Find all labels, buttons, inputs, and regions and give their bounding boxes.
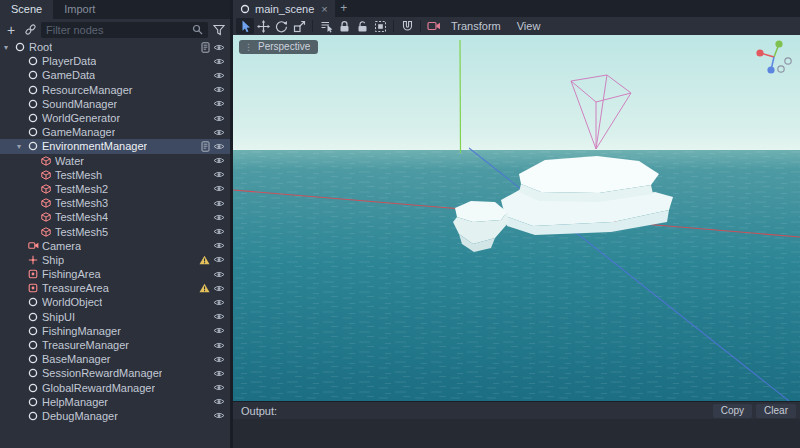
- new-tab-button[interactable]: +: [335, 0, 353, 17]
- toolbar-separator: [312, 20, 313, 32]
- tree-row[interactable]: SoundManager: [0, 97, 230, 111]
- eye-icon[interactable]: [213, 326, 225, 335]
- area-node-icon: [28, 269, 41, 279]
- tree-row[interactable]: HelpManager: [0, 395, 230, 409]
- viewport-3d[interactable]: ⋮ Perspective: [233, 35, 800, 401]
- eye-icon[interactable]: [213, 383, 225, 392]
- eye-icon[interactable]: [213, 85, 225, 94]
- tree-row[interactable]: DebugManager: [0, 409, 230, 423]
- tree-row[interactable]: ShipUI: [0, 310, 230, 324]
- tree-row[interactable]: Camera: [0, 239, 230, 253]
- projection-menu[interactable]: ⋮ Perspective: [239, 40, 318, 54]
- script-icon[interactable]: [201, 141, 210, 152]
- tree-row[interactable]: TreasureManager: [0, 338, 230, 352]
- eye-icon[interactable]: [213, 298, 225, 307]
- eye-icon[interactable]: [213, 156, 225, 165]
- tree-row[interactable]: GameData: [0, 68, 230, 82]
- eye-icon[interactable]: [213, 213, 225, 222]
- script-icon[interactable]: [201, 42, 210, 53]
- tree-row-label: TestMesh4: [55, 211, 108, 223]
- tree-row[interactable]: PlayerData: [0, 54, 230, 68]
- unlock-tool[interactable]: [353, 18, 371, 34]
- tree-row[interactable]: Ship: [0, 253, 230, 267]
- add-node-button[interactable]: +: [3, 21, 19, 38]
- scale-tool[interactable]: [290, 18, 308, 34]
- eye-icon[interactable]: [213, 71, 225, 80]
- node-node-icon: [28, 354, 41, 364]
- tab-main-scene[interactable]: main_scene ×: [233, 0, 335, 17]
- clear-button[interactable]: Clear: [756, 404, 796, 418]
- expander-icon[interactable]: ▾: [17, 142, 28, 151]
- transform-menu[interactable]: Transform: [443, 17, 509, 35]
- filter-button[interactable]: [211, 21, 227, 38]
- rotate-tool[interactable]: [272, 18, 290, 34]
- expander-icon[interactable]: ▾: [4, 43, 15, 52]
- tree-row[interactable]: GameManager: [0, 125, 230, 139]
- tree-row[interactable]: TestMesh4: [0, 210, 230, 224]
- list-select-tool[interactable]: [317, 18, 335, 34]
- tree-row[interactable]: TestMesh: [0, 168, 230, 182]
- scene-tree: ▾RootPlayerDataGameDataResourceManagerSo…: [0, 40, 230, 448]
- eye-icon[interactable]: [213, 114, 225, 123]
- eye-icon[interactable]: [213, 397, 225, 406]
- tree-row[interactable]: ResourceManager: [0, 83, 230, 97]
- eye-icon[interactable]: [213, 355, 225, 364]
- camera-preview-tool[interactable]: [425, 18, 443, 34]
- eye-icon[interactable]: [213, 341, 225, 350]
- eye-icon[interactable]: [213, 57, 225, 66]
- eye-icon[interactable]: [213, 255, 225, 264]
- orientation-gizmo[interactable]: [752, 38, 796, 82]
- filter-nodes-input[interactable]: [46, 24, 188, 36]
- output-log[interactable]: [233, 419, 800, 448]
- close-tab-icon[interactable]: ×: [321, 3, 327, 15]
- scene-icon: [240, 4, 250, 14]
- tree-row[interactable]: TreasureArea: [0, 281, 230, 295]
- camera-node-icon: [28, 241, 41, 250]
- eye-icon[interactable]: [213, 199, 225, 208]
- warning-icon[interactable]: [199, 283, 210, 293]
- node-node-icon: [28, 411, 41, 421]
- tree-row[interactable]: SessionRewardManager: [0, 366, 230, 380]
- move-tool[interactable]: [254, 18, 272, 34]
- group-tool[interactable]: [371, 18, 389, 34]
- view-menu[interactable]: View: [509, 17, 549, 35]
- eye-icon[interactable]: [213, 284, 225, 293]
- tree-row-label: FishingArea: [42, 268, 101, 280]
- tree-row[interactable]: FishingManager: [0, 324, 230, 338]
- warning-icon[interactable]: [199, 255, 210, 265]
- tree-row[interactable]: TestMesh5: [0, 224, 230, 238]
- tree-row-label: TestMesh3: [55, 197, 108, 209]
- eye-icon[interactable]: [213, 128, 225, 137]
- tree-row[interactable]: BaseManager: [0, 352, 230, 366]
- eye-icon[interactable]: [213, 270, 225, 279]
- tree-row[interactable]: FishingArea: [0, 267, 230, 281]
- eye-icon[interactable]: [213, 170, 225, 179]
- search-icon: [192, 24, 203, 35]
- tree-row[interactable]: TestMesh3: [0, 196, 230, 210]
- eye-icon[interactable]: [213, 43, 225, 52]
- instance-scene-button[interactable]: [22, 21, 38, 38]
- snap-tool[interactable]: [398, 18, 416, 34]
- tab-import[interactable]: Import: [53, 0, 106, 19]
- eye-icon[interactable]: [213, 312, 225, 321]
- eye-icon[interactable]: [213, 411, 225, 420]
- eye-icon[interactable]: [213, 227, 225, 236]
- eye-icon[interactable]: [213, 142, 225, 151]
- select-tool[interactable]: [236, 18, 254, 34]
- tree-row[interactable]: WorldObject: [0, 295, 230, 309]
- eye-icon[interactable]: [213, 369, 225, 378]
- tab-scene[interactable]: Scene: [0, 0, 53, 19]
- tree-row[interactable]: WorldGenerator: [0, 111, 230, 125]
- tree-row[interactable]: ▾Root: [0, 40, 230, 54]
- tree-row[interactable]: TestMesh2: [0, 182, 230, 196]
- eye-icon[interactable]: [213, 184, 225, 193]
- tree-row[interactable]: Water: [0, 154, 230, 168]
- node-node-icon: [28, 70, 41, 80]
- eye-icon[interactable]: [213, 241, 225, 250]
- lock-tool[interactable]: [335, 18, 353, 34]
- tree-row[interactable]: GlobalRewardManager: [0, 381, 230, 395]
- viewport-canvas[interactable]: [233, 35, 800, 401]
- tree-row[interactable]: ▾EnvironmentManager: [0, 139, 230, 153]
- copy-button[interactable]: Copy: [713, 404, 752, 418]
- eye-icon[interactable]: [213, 99, 225, 108]
